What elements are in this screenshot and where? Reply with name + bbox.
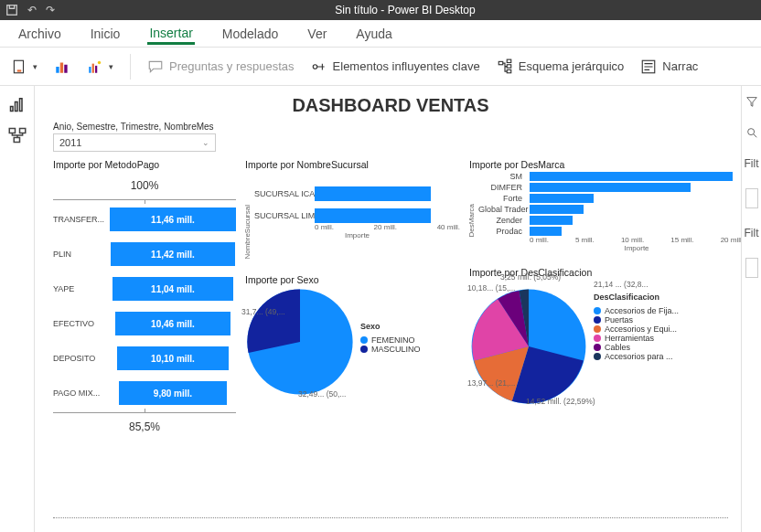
report-view-icon[interactable]	[8, 95, 27, 113]
svg-rect-20	[14, 138, 19, 143]
narrative-icon	[640, 59, 657, 75]
funnel-bottom-pct: 85,5%	[53, 420, 236, 433]
hbar-row[interactable]: DIMFER	[478, 183, 741, 192]
funnel-row[interactable]: PLIN11,42 mill.	[53, 242, 236, 266]
ribbon-preguntas[interactable]: Preguntas y respuestas	[147, 59, 295, 75]
ribbon-narrativa-label: Narrac	[662, 59, 698, 73]
undo-icon[interactable]: ↶	[27, 4, 37, 16]
menu-inicio[interactable]: Inicio	[89, 23, 123, 45]
legend-label: Accesorios y Equi...	[605, 325, 677, 334]
tick: 0 mill.	[530, 236, 549, 244]
legend-label: Puertas	[605, 315, 633, 325]
ribbon-esquema-label: Esquema jerárquico	[519, 59, 625, 73]
slicer-dropdown[interactable]: 2011 ⌄	[53, 133, 216, 152]
legend-label: FEMENINO	[371, 335, 415, 345]
clasif-label-right: 21,14 ... (32,8...	[594, 280, 648, 289]
menu-archivo[interactable]: Archivo	[16, 23, 63, 45]
titlebar: ↶ ↷ Sin título - Power BI Desktop	[0, 0, 761, 20]
menu-ver[interactable]: Ver	[305, 23, 328, 45]
legend-item[interactable]: Accesorios para ...	[594, 352, 679, 361]
legend-item[interactable]: Herramientas	[594, 334, 679, 343]
hbar-label: SUCURSAL ICA	[254, 189, 311, 198]
ribbon-new-page[interactable]: ▾	[11, 59, 38, 75]
tick: 20 mill.	[721, 236, 741, 244]
hbar-label: Forte	[478, 194, 526, 203]
redo-icon[interactable]: ↷	[46, 4, 55, 16]
ribbon-more-visuals[interactable]: ▾	[87, 59, 113, 75]
save-icon[interactable]	[5, 4, 18, 16]
hbar-bar	[530, 194, 594, 203]
funnel-cat: TRANSFER...	[53, 215, 110, 224]
search-icon[interactable]	[745, 126, 758, 139]
ribbon-new-visual[interactable]	[54, 59, 70, 75]
menu-ayuda[interactable]: Ayuda	[354, 23, 393, 45]
marca-chart[interactable]: DesMarca SMDIMFERForteGlobal TraderZende…	[469, 172, 741, 252]
panel-header-filters-2[interactable]: Filt	[745, 227, 759, 239]
svg-point-23	[747, 129, 754, 135]
hbar-row[interactable]: SUCURSAL ICA	[254, 186, 460, 201]
funnel-chart[interactable]: TRANSFER...11,46 mill.PLIN11,42 mill.YAP…	[53, 199, 236, 413]
hbar-label: SM	[478, 172, 526, 181]
svg-rect-16	[15, 102, 17, 112]
ribbon-esquema[interactable]: Esquema jerárquico	[497, 59, 625, 75]
funnel-cat: PLIN	[53, 250, 110, 259]
filter-card-2[interactable]	[745, 258, 758, 278]
svg-rect-0	[7, 5, 17, 16]
funnel-row[interactable]: YAPE11,04 mill.	[53, 277, 236, 301]
filter-card-1[interactable]	[745, 188, 758, 208]
ribbon-influyentes[interactable]: Elementos influyentes clave	[311, 59, 480, 75]
ribbon-preguntas-label: Preguntas y respuestas	[169, 59, 295, 73]
funnel-row[interactable]: PAGO MIX...9,80 mill.	[53, 381, 236, 405]
funnel-cat: EFECTIVO	[53, 319, 110, 328]
filter-icon[interactable]	[745, 95, 758, 108]
ribbon-narrativa[interactable]: Narrac	[640, 59, 698, 75]
funnel-row[interactable]: TRANSFER...11,46 mill.	[53, 207, 236, 231]
legend-item[interactable]: Accesorios de Fija...	[594, 306, 679, 315]
hbar-row[interactable]: SUCURSAL LIMA	[254, 208, 460, 223]
sucursal-chart[interactable]: NombreSucursal SUCURSAL ICASUCURSAL LIMA…	[245, 172, 460, 254]
legend-item[interactable]: MASCULINO	[360, 345, 421, 354]
sexo-label-bottom: 32,49... (50,...	[298, 389, 346, 399]
titlebar-qat: ↶ ↷	[5, 4, 55, 16]
svg-rect-2	[56, 67, 59, 73]
legend-item[interactable]: Accesorios y Equi...	[594, 325, 679, 334]
tick: 15 mill.	[670, 236, 693, 244]
legend-swatch	[594, 335, 601, 342]
hbar-bar	[530, 205, 584, 214]
sexo-chart[interactable]: 31,7... (49,... Sexo FEMENINOMASCULINO 3…	[245, 287, 460, 397]
funnel-top-pct: 100%	[53, 179, 236, 192]
funnel-bar: 11,42 mill.	[111, 242, 236, 266]
legend-swatch	[360, 346, 368, 353]
model-view-icon[interactable]	[8, 126, 27, 144]
hbar-row[interactable]: Zender	[478, 216, 741, 225]
hbar-row[interactable]: SM	[478, 172, 741, 181]
panel-header-filters[interactable]: Filt	[745, 157, 759, 170]
chevron-down-icon: ⌄	[202, 138, 209, 147]
hbar-label: SUCURSAL LIMA	[254, 211, 311, 220]
legend-swatch	[594, 325, 601, 333]
legend-item[interactable]: FEMENINO	[360, 335, 421, 345]
svg-rect-18	[9, 129, 15, 133]
hbar-row[interactable]: Prodac	[478, 227, 741, 236]
clasif-label-left: 13,97... (21,...	[467, 378, 515, 388]
page-icon	[11, 59, 27, 75]
report-canvas[interactable]: DASHBOARD VENTAS Anio, Semestre, Trimest…	[35, 86, 741, 532]
legend-item[interactable]: Puertas	[594, 315, 679, 325]
clasif-chart[interactable]: 3,25 mill. (5,05%) 10,18... (15,... 21,1…	[469, 280, 741, 406]
hbar-row[interactable]: Global Trader	[478, 205, 741, 214]
rightrail: Filt Filt	[741, 86, 761, 532]
clasif-label-top2: 10,18... (15,...	[467, 283, 515, 293]
hbar-row[interactable]: Forte	[478, 194, 741, 203]
menu-insertar[interactable]: Insertar	[147, 22, 194, 45]
workspace: DASHBOARD VENTAS Anio, Semestre, Trimest…	[0, 86, 761, 532]
tree-icon	[497, 59, 513, 75]
slicer-label: Anio, Semestre, Trimestre, NombreMes	[53, 122, 728, 132]
funnel-row[interactable]: DEPOSITO10,10 mill.	[53, 346, 236, 370]
sucursal-ylabel: NombreSucursal	[243, 205, 252, 260]
funnel-row[interactable]: EFECTIVO10,46 mill.	[53, 312, 236, 335]
legend-item[interactable]: Cables	[594, 343, 679, 352]
menu-modelado[interactable]: Modelado	[220, 23, 281, 45]
funnel-bar: 11,46 mill.	[110, 207, 236, 231]
funnel-bar: 11,04 mill.	[113, 277, 233, 301]
legend-label: Herramientas	[605, 334, 654, 343]
